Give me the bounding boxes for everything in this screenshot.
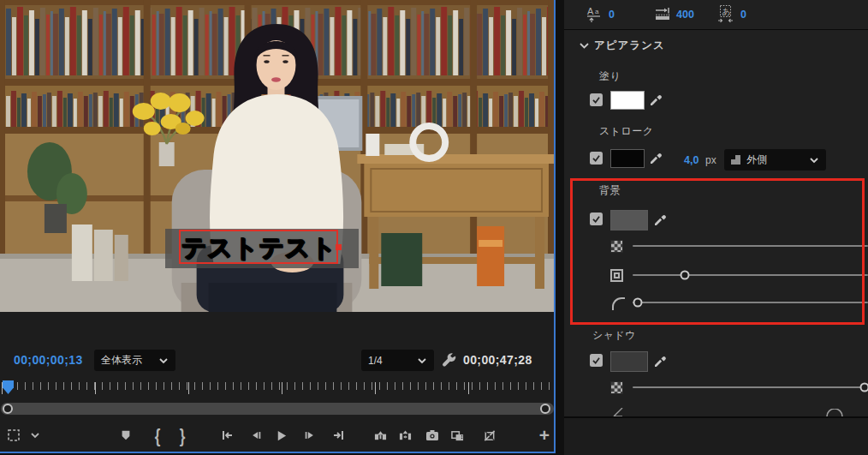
timeline-ruler[interactable]	[0, 382, 556, 397]
go-to-in-button[interactable]	[216, 424, 238, 446]
stroke-color-swatch[interactable]	[610, 149, 645, 168]
svg-text:A: A	[587, 6, 594, 16]
sequence-duration-timecode: 00;00;47;28	[463, 353, 532, 367]
stroke-position-icon	[731, 155, 740, 165]
stroke-checkbox[interactable]	[590, 152, 603, 165]
section-collapse-chevron-icon[interactable]	[579, 42, 590, 50]
background-opacity-icon	[610, 240, 623, 253]
settings-wrench-icon[interactable]	[441, 352, 458, 369]
shadow-checkbox[interactable]	[590, 354, 603, 367]
stroke-position-value: 外側	[746, 153, 809, 167]
scrollbar-left-handle[interactable]	[3, 404, 13, 414]
zoom-level-select[interactable]: 全体表示	[94, 350, 175, 371]
background-opacity-slider[interactable]	[633, 240, 868, 252]
comparison-view-button[interactable]	[446, 424, 468, 446]
tracking-value[interactable]: 400	[676, 9, 694, 21]
stroke-width-value[interactable]: 4,0	[684, 154, 699, 166]
tracking-icon[interactable]	[654, 7, 671, 21]
chevron-down-icon	[417, 357, 427, 364]
mark-in-button[interactable]: {	[146, 422, 169, 450]
slider-track[interactable]	[633, 302, 868, 303]
export-frame-button[interactable]	[421, 424, 443, 446]
premiere-pro-workspace: テストテスト 00;00;00;13 全体表示 1/4 00;00;47;28	[0, 0, 868, 455]
background-size-icon	[610, 269, 623, 282]
background-corner-radius-slider[interactable]	[633, 296, 868, 308]
slider-track[interactable]	[633, 245, 868, 247]
baseline-shift-icon[interactable]: A a	[586, 6, 603, 23]
background-eyedropper-icon[interactable]	[653, 211, 668, 225]
step-forward-button[interactable]	[298, 424, 320, 446]
shadow-color-swatch[interactable]	[610, 351, 648, 372]
shadow-opacity-icon	[610, 381, 623, 394]
fill-checkbox[interactable]	[590, 93, 603, 106]
slider-handle[interactable]	[680, 271, 689, 280]
safe-margins-button[interactable]	[3, 424, 25, 446]
add-marker-button[interactable]	[115, 424, 137, 446]
panel-empty-area	[564, 418, 868, 455]
shadow-angle-dial-icon	[825, 409, 844, 416]
divider	[564, 29, 868, 30]
background-size-slider[interactable]	[633, 269, 868, 281]
stroke-eyedropper-icon[interactable]	[649, 149, 663, 164]
current-timecode[interactable]: 00;00;00;13	[14, 353, 83, 367]
stroke-width-unit: px	[705, 154, 716, 166]
svg-text:あ: あ	[722, 7, 731, 16]
horizontal-scrollbar[interactable]	[1, 403, 554, 415]
playback-resolution-value: 1/4	[368, 355, 417, 367]
zoom-level-value: 全体表示	[101, 353, 158, 368]
button-editor-add-button[interactable]: +	[533, 424, 556, 446]
stroke-position-select[interactable]: 外側	[724, 149, 826, 171]
step-back-button[interactable]	[245, 424, 267, 446]
fill-label: 塗り	[599, 69, 621, 84]
background-label: 背景	[599, 183, 621, 198]
chevron-down-icon	[158, 357, 169, 364]
multi-camera-view-button[interactable]	[479, 424, 501, 446]
slider-handle[interactable]	[859, 383, 868, 392]
monitor-settings-chevron[interactable]	[24, 424, 46, 446]
background-checkbox[interactable]	[590, 213, 603, 225]
background-color-swatch[interactable]	[610, 210, 648, 230]
shadow-angle-icon	[612, 408, 624, 416]
baseline-shift-value[interactable]: 0	[609, 9, 615, 21]
background-corner-radius-icon	[612, 297, 625, 310]
caption-selection-handle[interactable]	[336, 244, 342, 250]
appearance-section-title[interactable]: アピアランス	[594, 39, 665, 53]
shadow-eyedropper-icon[interactable]	[653, 352, 668, 367]
fill-color-swatch[interactable]	[610, 91, 645, 110]
caption-text[interactable]: テストテスト	[181, 231, 337, 264]
extract-button[interactable]	[394, 424, 416, 446]
play-button[interactable]	[270, 424, 292, 446]
lift-button[interactable]	[369, 424, 391, 446]
shadow-opacity-slider[interactable]	[633, 381, 868, 393]
slider-handle[interactable]	[633, 298, 642, 308]
go-to-out-button[interactable]	[327, 424, 349, 446]
chevron-down-icon	[809, 157, 819, 164]
slider-track[interactable]	[633, 274, 868, 276]
tsume-value[interactable]: 0	[740, 9, 746, 21]
mark-out-button[interactable]: }	[171, 422, 193, 450]
svg-text:a: a	[595, 8, 599, 15]
text-properties-panel: A a 0 400 あ 0 アピアランス 塗り ストローク	[564, 0, 868, 455]
program-monitor-panel: テストテスト 00;00;00;13 全体表示 1/4 00;00;47;28	[0, 0, 556, 453]
shadow-label: シャドウ	[592, 328, 636, 343]
fill-eyedropper-icon[interactable]	[649, 91, 663, 105]
stroke-label: ストローク	[599, 124, 654, 139]
slider-track[interactable]	[633, 386, 868, 388]
tsume-icon[interactable]: あ	[717, 4, 734, 23]
video-preview[interactable]: テストテスト	[0, 0, 554, 312]
playback-resolution-select[interactable]: 1/4	[361, 350, 434, 371]
scrollbar-right-handle[interactable]	[540, 404, 550, 414]
